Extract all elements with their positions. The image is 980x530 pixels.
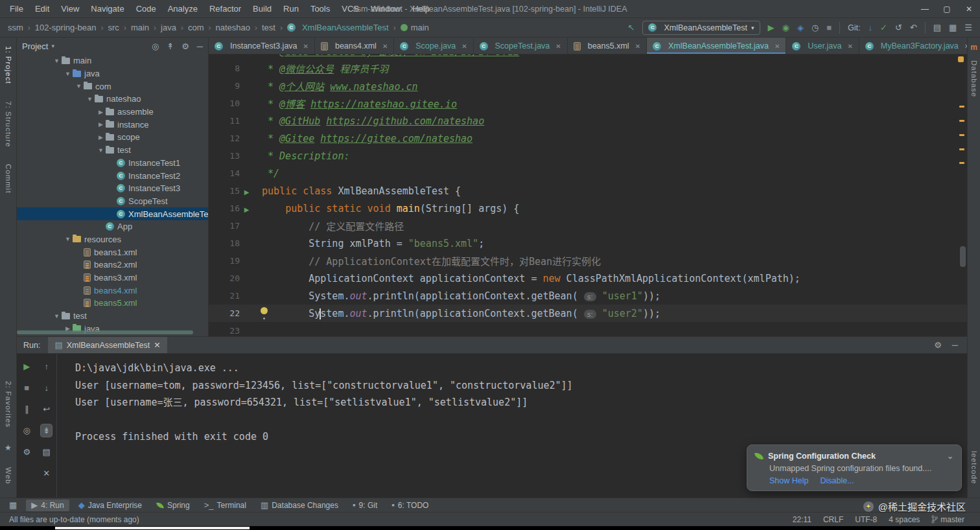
down-icon[interactable]: ↓ bbox=[43, 382, 51, 394]
tree-item-scope[interactable]: ▶scope bbox=[17, 131, 208, 144]
softwrap-icon[interactable]: ↩ bbox=[41, 403, 52, 415]
menu-run[interactable]: Run bbox=[277, 0, 305, 18]
console-line[interactable]: Process finished with exit code 0 bbox=[75, 428, 967, 446]
settings-icon[interactable]: ⚙ bbox=[21, 446, 32, 458]
breadcrumb-test[interactable]: test bbox=[262, 23, 275, 32]
tree-item-test[interactable]: ▼test bbox=[17, 144, 208, 157]
minimize-button[interactable]: — bbox=[914, 0, 936, 18]
tree-collapse-arrow[interactable]: ▶ bbox=[96, 121, 106, 128]
tab-beans4-xml[interactable]: beans4.xml✕ bbox=[315, 38, 394, 54]
snapshot-icon[interactable]: ◎ bbox=[21, 424, 32, 437]
coverage-icon[interactable]: ◈ bbox=[797, 23, 804, 32]
tree-item-com[interactable]: ▼com bbox=[17, 80, 208, 93]
stripe-7-structure[interactable]: 7: Structure bbox=[5, 101, 12, 147]
menu-build[interactable]: Build bbox=[247, 0, 277, 18]
run-config-select[interactable]: CXmlBeanAssembleTest▾ bbox=[642, 21, 760, 35]
tab-scopetest-java[interactable]: CScopeTest.java✕ bbox=[474, 38, 568, 54]
maven-icon[interactable]: m bbox=[970, 43, 977, 52]
menu-view[interactable]: View bbox=[55, 0, 85, 18]
editor-line-17[interactable]: 17 // 定义配置文件路径 bbox=[209, 217, 967, 235]
notification-popup[interactable]: Spring Configuration Check ⌄ Unmapped Sp… bbox=[747, 444, 962, 491]
close-icon[interactable]: ✕ bbox=[303, 43, 309, 50]
collapse-icon[interactable]: ↟ bbox=[167, 42, 174, 51]
editor-line-9[interactable]: 9 * @个人网站 www.nateshao.cn bbox=[209, 77, 967, 95]
close-icon[interactable]: ✕ bbox=[964, 43, 967, 50]
editor-line-23[interactable]: 23 bbox=[209, 322, 967, 336]
menu-refactor[interactable]: Refactor bbox=[204, 0, 247, 18]
run-tab[interactable]: ▤XmlBeanAssembleTest✕ bbox=[48, 337, 167, 353]
run-line-icon[interactable]: ▶ bbox=[244, 206, 250, 213]
breadcrumb-102-spring-bean[interactable]: 102-spring-bean bbox=[35, 23, 97, 32]
tree-item-instancetest3[interactable]: CInstanceTest3 bbox=[17, 182, 208, 195]
toolwindow-button-database-changes[interactable]: ▥Database Changes bbox=[255, 500, 344, 511]
stripe-commit[interactable]: Commit bbox=[5, 164, 12, 194]
hide-icon[interactable]: ─ bbox=[197, 42, 203, 51]
tree-item-beans4-xml[interactable]: beans4.xml bbox=[17, 284, 208, 297]
menu-analyze[interactable]: Analyze bbox=[162, 0, 204, 18]
tree-item-assemble[interactable]: ▶assemble bbox=[17, 106, 208, 119]
tree-collapse-arrow[interactable]: ▶ bbox=[96, 134, 106, 141]
editor-line-12[interactable]: 12 * @Gitee https://gitee.com/nateshao bbox=[209, 130, 967, 147]
play-icon[interactable]: ▶ bbox=[768, 23, 775, 32]
clear-icon[interactable]: ✕ bbox=[41, 467, 52, 479]
run-line-icon[interactable]: ▶ bbox=[244, 189, 250, 196]
toolwindow-button-spring[interactable]: Spring bbox=[151, 500, 195, 511]
notification-link-disable[interactable]: Disable... bbox=[820, 476, 854, 485]
toolwindow-button-4-run[interactable]: ▶4: Run bbox=[26, 500, 69, 511]
close-icon[interactable]: ✕ bbox=[775, 43, 780, 50]
console-line[interactable]: D:\java\jdk\bin\java.exe ... bbox=[75, 360, 967, 377]
debug-icon[interactable]: ◉ bbox=[782, 23, 789, 32]
stripe-web[interactable]: Web bbox=[5, 467, 12, 484]
editor-line-15[interactable]: 15▶public class XmlBeanAssembleTest { bbox=[209, 182, 967, 200]
locate-icon[interactable]: ◎ bbox=[152, 42, 159, 51]
stripe-mark[interactable] bbox=[959, 134, 964, 136]
tree-item-java[interactable]: ▼java bbox=[17, 67, 208, 80]
stripe-mark[interactable] bbox=[959, 162, 964, 164]
profiler-icon[interactable]: ◷ bbox=[811, 23, 819, 32]
breadcrumb-main[interactable]: main bbox=[401, 23, 429, 32]
menu-edit[interactable]: Edit bbox=[29, 0, 55, 18]
hide-icon[interactable]: ─ bbox=[952, 341, 958, 349]
menu-tools[interactable]: Tools bbox=[305, 0, 336, 18]
tree-expand-arrow[interactable]: ▼ bbox=[52, 58, 62, 64]
tree-expand-arrow[interactable]: ▼ bbox=[63, 236, 73, 242]
console-line[interactable]: User [username=张三, password=654321, list… bbox=[75, 394, 967, 411]
stripe-2-favorites[interactable]: 2: Favorites bbox=[5, 381, 12, 428]
tab-xmlbeanassembletest-java[interactable]: CXmlBeanAssembleTest.java✕ bbox=[647, 38, 786, 54]
breadcrumb-nateshao[interactable]: nateshao bbox=[215, 23, 250, 32]
scrollend-icon[interactable]: ⇟ bbox=[41, 424, 52, 437]
menu-navigate[interactable]: Navigate bbox=[85, 0, 130, 18]
tree-item-scopetest[interactable]: CScopeTest bbox=[17, 195, 208, 208]
history-icon[interactable]: ↺ bbox=[895, 23, 902, 32]
editor-line-14[interactable]: 14 */ bbox=[209, 165, 967, 182]
horizontal-scrollbar[interactable] bbox=[17, 330, 193, 334]
toolwindow-button-terminal[interactable]: >_Terminal bbox=[199, 500, 251, 511]
stripe-mark[interactable] bbox=[959, 106, 964, 108]
close-icon[interactable]: ✕ bbox=[154, 340, 160, 350]
tree-item-nateshao[interactable]: ▼nateshao bbox=[17, 93, 208, 106]
status-4-spaces[interactable]: 4 spaces bbox=[889, 515, 920, 524]
editor-line-21[interactable]: 21 System.out.println(applicationContext… bbox=[209, 287, 967, 305]
settings-icon[interactable]: ⚙ bbox=[934, 341, 942, 349]
close-icon[interactable]: ✕ bbox=[461, 43, 467, 50]
tab-user-java[interactable]: CUser.java✕ bbox=[786, 38, 859, 54]
editor-line-11[interactable]: 11 * @GitHub https://github.com/nateshao bbox=[209, 112, 967, 130]
commit-icon[interactable]: ✓ bbox=[880, 23, 887, 32]
breadcrumb-com[interactable]: com bbox=[188, 23, 204, 32]
tree-item-beans5-xml[interactable]: beans5.xml bbox=[17, 297, 208, 310]
editor-line-8[interactable]: 8 * @微信公众号 程序员千羽 bbox=[209, 60, 967, 77]
stripe-mark[interactable] bbox=[959, 148, 964, 150]
tree-item-beans3-xml[interactable]: beans3.xml bbox=[17, 271, 208, 284]
tree-expand-arrow[interactable]: ▼ bbox=[96, 147, 106, 154]
update-icon[interactable]: ↓ bbox=[869, 23, 873, 32]
menu-file[interactable]: File bbox=[4, 0, 29, 18]
settings-icon[interactable]: ⚙ bbox=[181, 42, 189, 51]
print-icon[interactable]: ▤ bbox=[41, 446, 52, 458]
tree-expand-arrow[interactable]: ▼ bbox=[85, 96, 95, 102]
editor-line-16[interactable]: 16▶ public static void main(String[] arg… bbox=[209, 200, 967, 217]
close-icon[interactable]: ✕ bbox=[635, 43, 640, 50]
breadcrumb-src[interactable]: src bbox=[108, 23, 119, 32]
tree-item-main[interactable]: ▼main bbox=[17, 54, 208, 67]
tree-expand-arrow[interactable]: ▼ bbox=[52, 313, 62, 319]
editor[interactable]: 7 * @date Created by 邵发乔 on 2021/10/14 9… bbox=[209, 54, 967, 336]
